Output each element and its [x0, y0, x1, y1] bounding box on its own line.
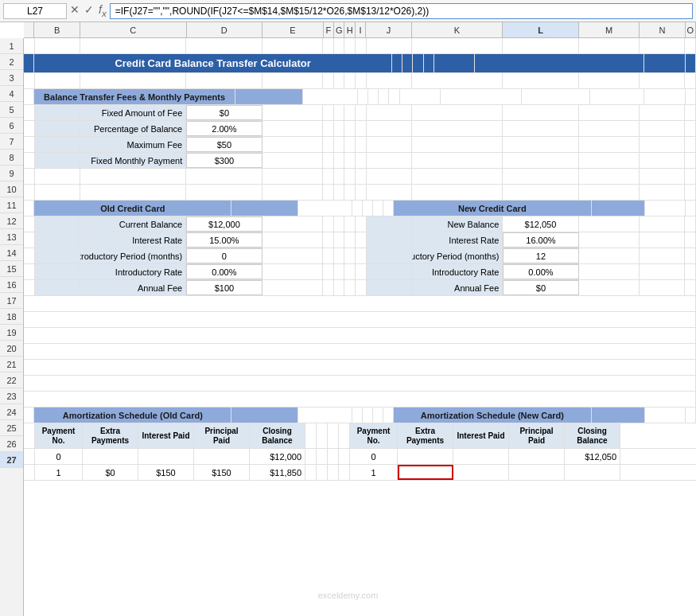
cell-h10[interactable]: [344, 185, 356, 200]
cell-l15[interactable]: 0.00%: [503, 264, 578, 279]
cell-l10[interactable]: [503, 185, 578, 200]
cell-k12[interactable]: New Balance: [412, 216, 503, 232]
cell-m9[interactable]: [579, 169, 640, 184]
cell-a24[interactable]: [24, 407, 34, 423]
cell-h1[interactable]: [344, 38, 356, 53]
confirm-icon[interactable]: ✓: [84, 3, 94, 18]
row-header-4[interactable]: 4: [0, 86, 23, 102]
cell-c16[interactable]: Annual Fee: [80, 280, 186, 295]
cell-i10[interactable]: [356, 185, 367, 200]
cell-c8[interactable]: Fixed Monthly Payment: [80, 153, 186, 168]
cell-f1[interactable]: [323, 38, 334, 53]
cell-i26[interactable]: [339, 449, 350, 464]
cell-a5[interactable]: [24, 105, 35, 120]
cell-h26[interactable]: [328, 449, 339, 464]
cell-i3[interactable]: [356, 73, 367, 88]
cell-e9[interactable]: [262, 169, 323, 184]
cell-o7[interactable]: [685, 137, 696, 152]
cell-i12[interactable]: [356, 216, 367, 232]
cell-o8[interactable]: [685, 153, 696, 168]
cell-e8[interactable]: [262, 153, 323, 168]
cell-e4[interactable]: [303, 89, 358, 104]
old-r2-c5[interactable]: $11,850: [250, 465, 305, 480]
cell-e16[interactable]: [262, 280, 323, 295]
cell-row17[interactable]: [24, 296, 696, 311]
cell-a12[interactable]: [24, 216, 35, 232]
cell-n13[interactable]: [640, 232, 685, 248]
amort-new-col5[interactable]: Closing Balance: [565, 423, 620, 448]
col-header-c[interactable]: C: [80, 22, 187, 37]
cell-g7[interactable]: [334, 137, 345, 152]
cell-b1[interactable]: [35, 38, 80, 53]
row-header-20[interactable]: 20: [0, 341, 23, 357]
cell-b7[interactable]: [35, 137, 80, 152]
cell-i8[interactable]: [356, 153, 367, 168]
cell-o4[interactable]: [686, 89, 696, 104]
cell-n10[interactable]: [640, 185, 685, 200]
col-header-m[interactable]: M: [579, 22, 640, 37]
row-header-27[interactable]: 27: [0, 452, 23, 468]
cell-a25[interactable]: [24, 423, 35, 448]
cell-a27[interactable]: [24, 465, 35, 480]
row-header-24[interactable]: 24: [0, 404, 23, 420]
new-r2-c5[interactable]: ◄: [565, 465, 620, 480]
col-header-d[interactable]: D: [187, 22, 263, 37]
cell-i2[interactable]: [424, 54, 434, 72]
cell-e6[interactable]: [262, 121, 323, 136]
cell-a2[interactable]: [24, 54, 34, 72]
col-header-e[interactable]: E: [262, 22, 323, 37]
new-r1-c5[interactable]: $12,050: [565, 449, 620, 464]
cell-i9[interactable]: [356, 169, 367, 184]
row-header-5[interactable]: 5: [0, 102, 23, 118]
col-header-h[interactable]: H: [344, 22, 355, 37]
cell-f3[interactable]: [323, 73, 334, 88]
cell-l3[interactable]: [503, 73, 578, 88]
cell-m10[interactable]: [579, 185, 640, 200]
cell-i24[interactable]: [383, 407, 394, 423]
row-header-8[interactable]: 8: [0, 150, 23, 166]
cell-g13[interactable]: [334, 232, 345, 248]
cell-e7[interactable]: [262, 137, 323, 152]
cell-row20[interactable]: [24, 344, 696, 359]
cell-l27[interactable]: [398, 465, 453, 480]
cell-d11[interactable]: [231, 201, 298, 216]
new-card-header[interactable]: New Credit Card: [394, 201, 591, 216]
cell-h24[interactable]: [373, 407, 383, 423]
cell-h13[interactable]: [344, 232, 356, 248]
cell-c12[interactable]: Current Balance: [80, 216, 186, 232]
cell-f8[interactable]: [323, 153, 334, 168]
cell-n2[interactable]: [644, 54, 686, 72]
cell-l5[interactable]: [503, 105, 578, 120]
cell-g26[interactable]: [317, 449, 328, 464]
row-header-19[interactable]: 19: [0, 325, 23, 341]
cell-g4[interactable]: [368, 89, 379, 104]
cell-g25[interactable]: [317, 423, 328, 448]
amort-new-col3[interactable]: Interest Paid: [453, 423, 509, 448]
cell-n15[interactable]: [640, 264, 685, 279]
cell-h6[interactable]: [344, 121, 356, 136]
cell-i5[interactable]: [356, 105, 367, 120]
cell-j4[interactable]: [400, 89, 441, 104]
cell-h2[interactable]: [413, 54, 423, 72]
cell-j2[interactable]: [434, 54, 476, 72]
cell-a1[interactable]: [24, 38, 35, 53]
cell-row23[interactable]: [24, 392, 696, 407]
cell-l14[interactable]: 12: [503, 248, 578, 263]
cell-c13[interactable]: Interest Rate: [80, 232, 186, 248]
cell-a4[interactable]: [24, 89, 34, 104]
cell-m4[interactable]: [590, 89, 645, 104]
row-header-18[interactable]: 18: [0, 309, 23, 325]
cell-f4[interactable]: [358, 89, 368, 104]
cell-d13[interactable]: 15.00%: [186, 232, 262, 248]
cell-d10[interactable]: [186, 185, 262, 200]
cell-d6[interactable]: 2.00%: [186, 121, 262, 136]
cell-m8[interactable]: [579, 153, 640, 168]
cell-o12[interactable]: [685, 216, 696, 232]
cell-n8[interactable]: [640, 153, 685, 168]
cell-m5[interactable]: [579, 105, 640, 120]
old-r2-c4[interactable]: $150: [194, 465, 250, 480]
cell-f25[interactable]: [305, 423, 317, 448]
old-r1-c1[interactable]: 0: [35, 449, 83, 464]
cell-l8[interactable]: [503, 153, 578, 168]
cell-e5[interactable]: [262, 105, 323, 120]
